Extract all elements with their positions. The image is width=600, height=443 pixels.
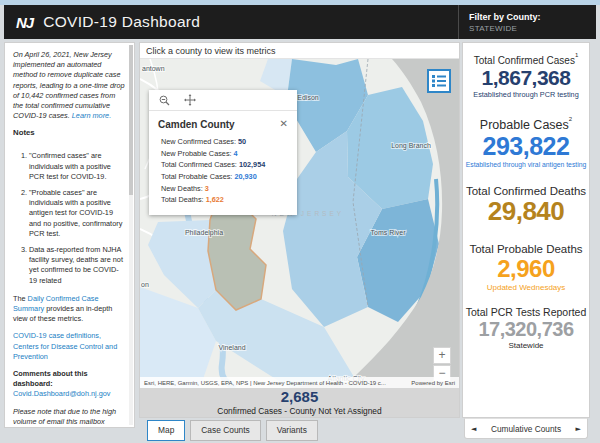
intro-paragraph: On April 26, 2021, New Jersey implemente… bbox=[13, 50, 126, 121]
comments-label: Comments about this dashboard: bbox=[13, 369, 88, 388]
summary-paragraph: The Daily Confirmed Case Summary provide… bbox=[13, 294, 126, 325]
county-map[interactable]: antown on Edison Long Branch Toms River … bbox=[140, 59, 459, 388]
stat-value: 20,930 bbox=[234, 172, 256, 181]
map-panel: Click a county to view its metrics bbox=[139, 42, 460, 418]
stat-label: New Probable Cases: bbox=[161, 149, 234, 158]
stat-label: Total Deaths: bbox=[161, 195, 206, 204]
metric-label: Probable Cases2 bbox=[463, 118, 589, 132]
page-title: COVID-19 Dashboard bbox=[43, 13, 200, 31]
email-note: Please note that due to the high volume … bbox=[13, 407, 126, 428]
filter-label: Filter by County: bbox=[469, 12, 588, 22]
metric-label-text: Probable Cases bbox=[480, 118, 569, 132]
metric-label: Total PCR Tests Reported bbox=[463, 306, 589, 318]
metric-value: 17,320,736 bbox=[463, 318, 589, 341]
map-label-vineland: Vineland bbox=[218, 344, 245, 351]
metric-label: Total Confirmed Cases1 bbox=[463, 55, 589, 66]
map-label-edison: Edison bbox=[297, 94, 319, 101]
dashboard-email-link[interactable]: Covid.Dashboard@doh.nj.gov bbox=[13, 389, 110, 398]
carousel-prev-icon[interactable]: ◄ bbox=[471, 425, 476, 433]
metric-value: 1,867,368 bbox=[463, 66, 589, 90]
popup-county-title: Camden County bbox=[158, 119, 235, 130]
metric-footnote: 2 bbox=[569, 116, 572, 122]
popup-stat: New Probable Cases: 4 bbox=[158, 148, 288, 160]
legend-button[interactable] bbox=[427, 69, 451, 93]
summary-pre: The bbox=[13, 294, 28, 303]
popup-stat: Total Confirmed Cases: 102,954 bbox=[158, 159, 288, 171]
stat-value: 4 bbox=[234, 149, 238, 158]
view-tabs: Map Case Counts Variants bbox=[147, 420, 318, 441]
popup-stat: Total Deaths: 1,622 bbox=[158, 194, 288, 206]
metric-label: Total Probable Deaths bbox=[463, 243, 589, 255]
dashboard: NJ COVID-19 Dashboard Filter by County: … bbox=[0, 0, 600, 443]
county-filter[interactable]: Filter by County: STATEWIDE bbox=[458, 5, 588, 39]
unassigned-cases-label: Confirmed Cases - County Not Yet Assigne… bbox=[140, 406, 459, 416]
county-popup: Camden County ✕ New Confirmed Cases: 50 … bbox=[149, 90, 297, 215]
stat-label: New Deaths: bbox=[161, 184, 205, 193]
stat-value: 3 bbox=[205, 184, 209, 193]
note-item: "Confirmed cases" are individuals with a… bbox=[29, 151, 126, 182]
stat-label: Total Confirmed Cases: bbox=[161, 160, 239, 169]
tab-map[interactable]: Map bbox=[147, 420, 185, 441]
cdc-definitions-link[interactable]: COVID-19 case definitions, Centers for D… bbox=[13, 331, 117, 360]
unassigned-cases-value: 2,685 bbox=[140, 389, 459, 406]
map-label-long-branch: Long Branch bbox=[391, 142, 431, 150]
zoom-to-icon[interactable] bbox=[159, 95, 170, 106]
cdc-paragraph: COVID-19 case definitions, Centers for D… bbox=[13, 331, 126, 362]
comments-paragraph: Comments about this dashboard: Covid.Das… bbox=[13, 369, 126, 400]
popup-stat: New Deaths: 3 bbox=[158, 183, 288, 195]
map-attribution: Esri, HERE, Garmin, USGS, EPA, NPS | New… bbox=[140, 377, 459, 388]
popup-stat: Total Probable Cases: 20,930 bbox=[158, 171, 288, 183]
metrics-carousel: ◄ Cumulative Counts ► bbox=[464, 418, 588, 439]
notes-panel: On April 26, 2021, New Jersey implemente… bbox=[4, 42, 135, 428]
app-header: NJ COVID-19 Dashboard Filter by County: … bbox=[4, 5, 596, 39]
metric-note: Updated Wednesdays bbox=[463, 283, 589, 292]
map-label-allentown: antown bbox=[142, 65, 165, 72]
zoom-in-button[interactable]: + bbox=[433, 347, 451, 364]
popup-body: Camden County ✕ New Confirmed Cases: 50 … bbox=[149, 111, 297, 215]
map-label-on: on bbox=[141, 281, 149, 288]
metric-value: 293,822 bbox=[463, 132, 589, 161]
close-icon[interactable]: ✕ bbox=[280, 119, 288, 129]
intro-text: On April 26, 2021, New Jersey implemente… bbox=[13, 50, 125, 120]
statewide-metrics-panel: Total Confirmed Cases1 1,867,368 Establi… bbox=[462, 42, 590, 418]
metric-note: Established through PCR testing bbox=[463, 90, 589, 99]
carousel-next-icon[interactable]: ► bbox=[576, 425, 581, 433]
stat-value: 102,954 bbox=[239, 160, 265, 169]
metric-label-text: Total Confirmed Cases bbox=[474, 55, 575, 66]
pan-to-icon[interactable] bbox=[184, 94, 196, 106]
tab-case-counts[interactable]: Case Counts bbox=[190, 420, 260, 441]
nj-state-logo: NJ bbox=[16, 14, 33, 31]
popup-stat: New Confirmed Cases: 50 bbox=[158, 136, 288, 148]
unassigned-cases-banner: 2,685 Confirmed Cases - County Not Yet A… bbox=[140, 388, 459, 417]
map-instruction: Click a county to view its metrics bbox=[140, 43, 459, 59]
stat-value: 50 bbox=[238, 137, 246, 146]
map-label-philadelphia: Philadelphia bbox=[185, 229, 223, 237]
metric-footnote: 1 bbox=[575, 52, 578, 58]
learn-more-link[interactable]: Learn more. bbox=[72, 111, 111, 120]
scrollbar-thumb[interactable] bbox=[129, 45, 133, 195]
filter-value: STATEWIDE bbox=[469, 24, 588, 33]
left-panel-scrollbar[interactable] bbox=[129, 45, 133, 425]
note-item: "Probable cases" are individuals with a … bbox=[29, 188, 126, 239]
map-label-toms-river: Toms River bbox=[370, 229, 406, 236]
metric-value: 29,840 bbox=[463, 197, 589, 227]
attribution-text: Esri, HERE, Garmin, USGS, EPA, NPS | New… bbox=[144, 380, 386, 386]
metric-value: 2,960 bbox=[463, 255, 589, 283]
stat-label: New Confirmed Cases: bbox=[161, 137, 238, 146]
notes-heading: Notes bbox=[13, 128, 126, 139]
carousel-label: Cumulative Counts bbox=[491, 424, 561, 434]
popup-toolbar bbox=[149, 90, 297, 111]
note-item: Data as-reported from NJHA facility surv… bbox=[29, 245, 126, 286]
powered-by-esri: Powered by Esri bbox=[411, 380, 455, 386]
legend-list-icon bbox=[432, 75, 446, 87]
metric-note: Established through viral antigen testin… bbox=[463, 161, 589, 168]
tab-variants[interactable]: Variants bbox=[266, 420, 318, 441]
notes-list: "Confirmed cases" are individuals with a… bbox=[29, 151, 126, 285]
stat-label: Total Probable Cases: bbox=[161, 172, 234, 181]
metric-note: Statewide bbox=[463, 341, 589, 350]
stat-value: 1,622 bbox=[206, 195, 224, 204]
